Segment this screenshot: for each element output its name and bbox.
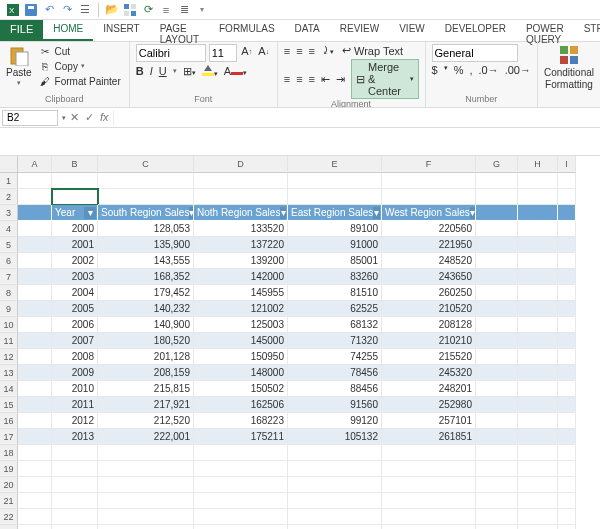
fill-color-button[interactable]: ▾ <box>202 64 218 78</box>
cell[interactable] <box>518 525 558 529</box>
row-header[interactable]: 19 <box>0 461 18 477</box>
cell[interactable] <box>558 237 576 253</box>
row-header[interactable]: 6 <box>0 253 18 269</box>
cell[interactable]: 220560 <box>382 221 476 237</box>
cell[interactable] <box>476 333 518 349</box>
open-icon[interactable]: 📂 <box>105 3 119 17</box>
cell[interactable] <box>52 461 98 477</box>
cell[interactable] <box>518 269 558 285</box>
row-header[interactable]: 1 <box>0 173 18 189</box>
refresh-icon[interactable]: ⟳ <box>141 3 155 17</box>
cell[interactable] <box>194 445 288 461</box>
cell[interactable]: 252980 <box>382 397 476 413</box>
cell[interactable] <box>18 317 52 333</box>
cell[interactable]: 175211 <box>194 429 288 445</box>
cell[interactable]: 2005 <box>52 301 98 317</box>
cell[interactable]: 2008 <box>52 349 98 365</box>
cell[interactable] <box>98 189 194 205</box>
col-header-B[interactable]: B <box>52 156 98 173</box>
cell[interactable] <box>288 477 382 493</box>
cell[interactable] <box>518 285 558 301</box>
percent-button[interactable]: % <box>454 64 464 76</box>
row-header[interactable]: 3 <box>0 205 18 221</box>
tab-strokescribe[interactable]: StrokeScribe <box>574 20 600 41</box>
cell[interactable] <box>194 189 288 205</box>
cell[interactable]: 2007 <box>52 333 98 349</box>
cell[interactable]: 2011 <box>52 397 98 413</box>
cell[interactable]: 91560 <box>288 397 382 413</box>
cell[interactable] <box>18 301 52 317</box>
cell[interactable] <box>382 525 476 529</box>
cell[interactable]: 140,232 <box>98 301 194 317</box>
cell[interactable] <box>558 349 576 365</box>
cell[interactable] <box>558 525 576 529</box>
font-name-select[interactable] <box>136 44 206 62</box>
cell[interactable] <box>558 269 576 285</box>
cut-button[interactable]: ✂Cut <box>36 44 123 58</box>
col-header-C[interactable]: C <box>98 156 194 173</box>
cell[interactable] <box>558 509 576 525</box>
tab-insert[interactable]: INSERT <box>93 20 150 41</box>
font-size-select[interactable] <box>209 44 237 62</box>
cell[interactable]: 62525 <box>288 301 382 317</box>
cell[interactable]: 168,352 <box>98 269 194 285</box>
border-button[interactable]: ⊞▾ <box>183 65 196 78</box>
cell[interactable] <box>476 477 518 493</box>
cell[interactable]: 88456 <box>288 381 382 397</box>
cell[interactable] <box>476 349 518 365</box>
touch-icon[interactable]: ☰ <box>78 3 92 17</box>
cell[interactable] <box>476 381 518 397</box>
cell[interactable] <box>518 509 558 525</box>
align-top-icon[interactable]: ≡ <box>284 45 290 57</box>
cell[interactable]: 2012 <box>52 413 98 429</box>
cell[interactable] <box>476 269 518 285</box>
cell[interactable] <box>476 173 518 189</box>
cell[interactable]: 2013 <box>52 429 98 445</box>
tab-power-query[interactable]: POWER QUERY <box>516 20 574 41</box>
cell[interactable] <box>18 269 52 285</box>
cell[interactable]: 89100 <box>288 221 382 237</box>
col-header-D[interactable]: D <box>194 156 288 173</box>
cell[interactable] <box>558 189 576 205</box>
cell[interactable] <box>518 381 558 397</box>
increase-font-icon[interactable]: A↑ <box>240 44 254 58</box>
cell[interactable] <box>518 413 558 429</box>
cell[interactable]: 221950 <box>382 237 476 253</box>
row-header[interactable]: 7 <box>0 269 18 285</box>
row-header[interactable]: 22 <box>0 509 18 525</box>
decrease-font-icon[interactable]: A↓ <box>257 44 271 58</box>
align-right-icon[interactable]: ≡ <box>309 73 315 85</box>
cell[interactable]: 2002 <box>52 253 98 269</box>
row-header[interactable]: 5 <box>0 237 18 253</box>
cell[interactable] <box>558 301 576 317</box>
cell[interactable] <box>18 285 52 301</box>
cell[interactable] <box>194 525 288 529</box>
cell[interactable] <box>98 493 194 509</box>
number-format-select[interactable] <box>432 44 518 62</box>
cell[interactable] <box>558 285 576 301</box>
cell[interactable] <box>476 445 518 461</box>
cell[interactable] <box>18 413 52 429</box>
cell[interactable] <box>382 445 476 461</box>
cell[interactable] <box>382 189 476 205</box>
cell[interactable]: 142000 <box>194 269 288 285</box>
cell[interactable] <box>18 525 52 529</box>
cell[interactable] <box>518 365 558 381</box>
table-header[interactable]: Noth Region Sales▾ <box>194 205 288 221</box>
cell[interactable] <box>288 509 382 525</box>
filter-dropdown-icon[interactable]: ▾ <box>280 207 286 219</box>
col-header-G[interactable]: G <box>476 156 518 173</box>
cell[interactable]: 210520 <box>382 301 476 317</box>
cell[interactable] <box>52 509 98 525</box>
cell[interactable]: 179,452 <box>98 285 194 301</box>
cell[interactable] <box>476 525 518 529</box>
cell[interactable] <box>476 301 518 317</box>
tab-home[interactable]: HOME <box>43 20 93 41</box>
name-box[interactable] <box>2 110 58 126</box>
cell[interactable]: 145955 <box>194 285 288 301</box>
cell[interactable] <box>194 493 288 509</box>
cell[interactable] <box>518 333 558 349</box>
col-header-A[interactable]: A <box>18 156 52 173</box>
cell[interactable] <box>558 381 576 397</box>
cell[interactable] <box>476 493 518 509</box>
